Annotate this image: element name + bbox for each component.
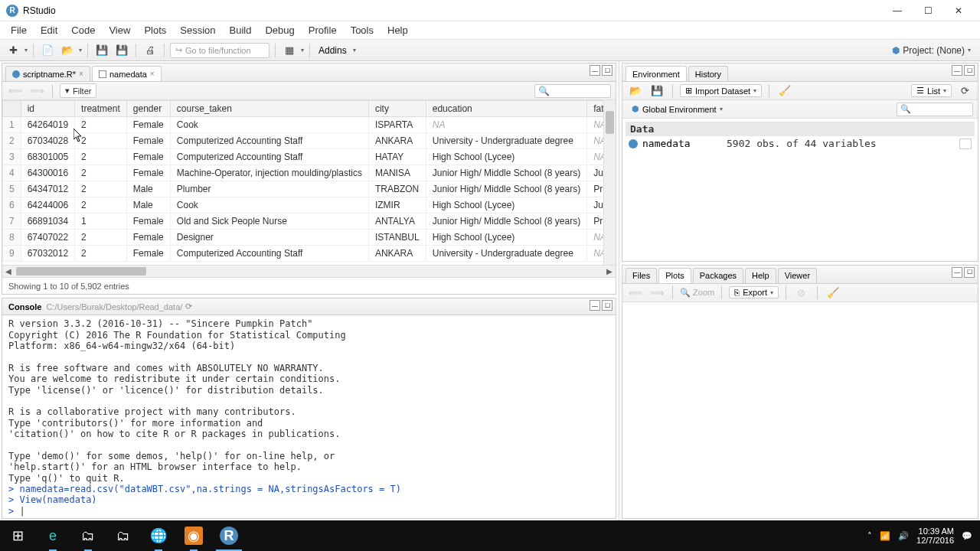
menu-help[interactable]: Help [381, 22, 414, 38]
tab-files[interactable]: Files [626, 268, 657, 283]
table-row[interactable]: 7668910341FemaleOld and Sick People Nurs… [3, 214, 616, 230]
table-row[interactable]: 1642640192FemaleCookISPARTANANA [3, 117, 616, 133]
refresh-env-button[interactable]: ⟳ [956, 83, 973, 99]
console-tab[interactable]: Console [8, 302, 41, 311]
table-row[interactable]: 3683010052FemaleComputerized Accounting … [3, 149, 616, 165]
menu-tools[interactable]: Tools [345, 22, 380, 38]
table-row[interactable]: 5643470122MalePlumberTRABZONJunior High/… [3, 181, 616, 197]
search-input[interactable]: 🔍 [534, 84, 611, 98]
forward-button[interactable]: ⟹ [28, 83, 45, 99]
menu-code[interactable]: Code [65, 22, 101, 38]
vertical-scrollbar[interactable] [603, 100, 616, 265]
tab-history[interactable]: History [688, 66, 728, 81]
col-treatment[interactable]: treatment [75, 101, 127, 117]
addins-menu[interactable]: Addins [315, 45, 350, 56]
tray-notifications-icon[interactable]: 💬 [962, 531, 972, 541]
taskbar-explorer2[interactable]: 🗂 [106, 520, 141, 551]
col-rownum[interactable] [3, 101, 21, 117]
minimize-pane-icon[interactable]: — [952, 267, 962, 278]
plot-forward-button[interactable]: ⟹ [648, 284, 665, 301]
clear-workspace-button[interactable]: 🧹 [776, 83, 793, 99]
open-file-button[interactable]: 📂 [59, 42, 76, 59]
tab-scriptname-r-[interactable]: scriptname.R*× [5, 66, 90, 81]
view-data-icon[interactable] [959, 139, 972, 149]
close-tab-icon[interactable]: × [79, 70, 83, 78]
menu-profile[interactable]: Profile [302, 22, 343, 38]
minimize-pane-icon[interactable]: — [590, 65, 600, 76]
refresh-icon[interactable]: ⟳ [185, 302, 192, 311]
tab-help[interactable]: Help [745, 268, 776, 283]
menu-build[interactable]: Build [224, 22, 258, 38]
minimize-pane-icon[interactable]: — [952, 65, 962, 76]
minimize-pane-icon[interactable]: — [590, 300, 600, 311]
print-button[interactable]: 🖨 [142, 42, 158, 59]
maximize-pane-icon[interactable]: ☐ [964, 65, 975, 76]
filter-icon: ▾ [65, 86, 70, 96]
tray-network-icon[interactable]: 📶 [880, 531, 890, 541]
col-education[interactable]: education [426, 101, 586, 117]
menu-view[interactable]: View [103, 22, 136, 38]
taskbar-rstudio[interactable]: R [211, 520, 247, 551]
project-menu[interactable]: ⬢ Project: (None) ▾ [892, 45, 975, 56]
table-row[interactable]: 2670340282FemaleComputerized Accounting … [3, 133, 616, 149]
menu-session[interactable]: Session [174, 22, 221, 38]
minimize-button[interactable]: — [882, 2, 913, 20]
tab-packages[interactable]: Packages [693, 268, 743, 283]
table-row[interactable]: 8674070222FemaleDesignerISTANBULHigh Sch… [3, 230, 616, 246]
save-button[interactable]: 💾 [93, 42, 110, 59]
maximize-pane-icon[interactable]: ☐ [602, 65, 612, 76]
data-table[interactable]: idtreatmentgendercourse_takencityeducati… [2, 100, 616, 265]
import-dataset-button[interactable]: ⊞ Import Dataset ▾ [680, 84, 762, 97]
close-button[interactable]: ✕ [943, 2, 974, 20]
save-workspace-button[interactable]: 💾 [648, 83, 665, 99]
horizontal-scrollbar[interactable]: ◀ ▶ [2, 265, 616, 277]
tray-clock[interactable]: 10:39 AM 12/7/2016 [916, 527, 954, 545]
taskbar-chrome[interactable]: 🌐 [141, 520, 176, 551]
taskbar-app[interactable]: ◉ [176, 520, 211, 551]
back-button[interactable]: ⟸ [7, 83, 24, 99]
new-project-button[interactable]: 📄 [39, 42, 56, 59]
table-row[interactable]: 4643000162FemaleMachine-Operator, inject… [3, 165, 616, 181]
console-output[interactable]: R version 3.3.2 (2016-10-31) -- "Sincere… [2, 315, 616, 518]
load-workspace-button[interactable]: 📂 [627, 83, 644, 99]
close-tab-icon[interactable]: × [150, 70, 155, 78]
taskbar-edge[interactable]: e [35, 520, 70, 551]
tray-volume-icon[interactable]: 🔊 [898, 531, 909, 541]
menu-debug[interactable]: Debug [259, 22, 300, 38]
table-row[interactable]: 6642440062MaleCookIZMIRHigh School (Lyce… [3, 197, 616, 214]
col-gender[interactable]: gender [126, 101, 170, 117]
grid-button[interactable]: ▦ [281, 42, 298, 59]
plot-back-button[interactable]: ⟸ [627, 284, 644, 301]
export-button[interactable]: ⎘ Export ▾ [729, 286, 779, 298]
menu-file[interactable]: File [5, 22, 33, 38]
tab-viewer[interactable]: Viewer [778, 268, 817, 283]
filter-button[interactable]: ▾ Filter [60, 83, 96, 98]
environment-scope-dropdown[interactable]: ⬢ Global Environment ▾ [627, 103, 727, 116]
view-mode-dropdown[interactable]: ☰ List ▾ [911, 84, 952, 97]
tab-plots[interactable]: Plots [658, 268, 691, 283]
save-all-button[interactable]: 💾 [113, 42, 130, 59]
taskbar-explorer[interactable]: 🗂 [70, 520, 106, 551]
maximize-pane-icon[interactable]: ☐ [964, 267, 975, 278]
menu-edit[interactable]: Edit [34, 22, 64, 38]
menu-plots[interactable]: Plots [138, 22, 172, 38]
clear-plots-button[interactable]: 🧹 [825, 284, 841, 301]
zoom-button[interactable]: 🔍 Zoom [680, 288, 714, 298]
col-course_taken[interactable]: course_taken [170, 101, 368, 117]
env-search-input[interactable]: 🔍 [897, 103, 973, 116]
remove-plot-button[interactable]: ⊘ [793, 284, 810, 301]
maximize-button[interactable]: ☐ [913, 2, 943, 20]
tab-environment[interactable]: Environment [626, 66, 687, 81]
maximize-pane-icon[interactable]: ☐ [602, 300, 612, 311]
table-row[interactable]: 9670320122FemaleComputerized Accounting … [3, 246, 616, 262]
tab-namedata[interactable]: namedata× [92, 66, 162, 81]
col-city[interactable]: city [368, 101, 426, 117]
start-button[interactable]: ⊞ [0, 520, 35, 551]
col-id[interactable]: id [21, 101, 74, 117]
env-item-namedata[interactable]: namedata5902 obs. of 44 variables [626, 136, 975, 151]
tray-up-icon[interactable]: ˄ [867, 531, 872, 541]
window-title: RStudio [23, 5, 56, 16]
new-file-button[interactable]: ✚ [5, 42, 21, 59]
goto-file-input[interactable]: ↪ Go to file/function [170, 43, 270, 58]
windows-taskbar: ⊞ e 🗂 🗂 🌐 ◉ R ˄ 📶 🔊 10:39 AM 12/7/2016 💬 [0, 520, 980, 551]
